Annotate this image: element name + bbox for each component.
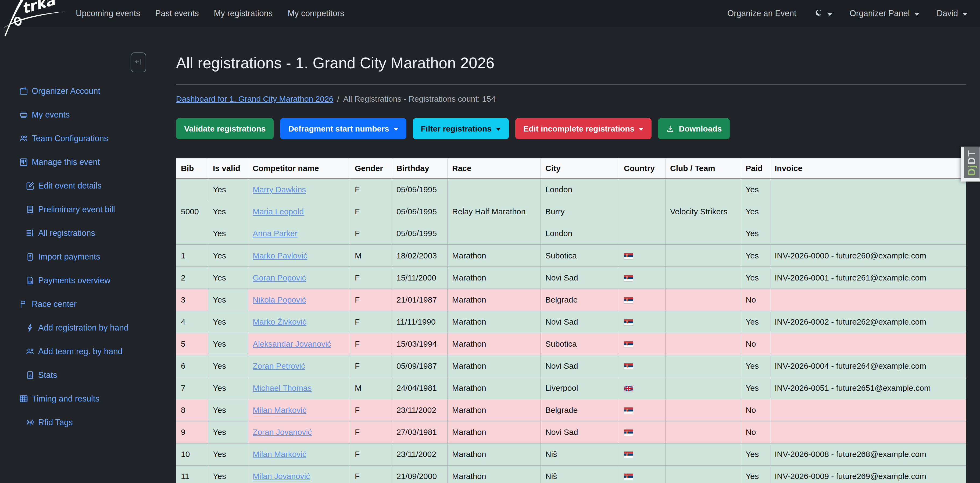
sidebar-item-manage-this-event[interactable]: Manage this event: [0, 150, 154, 174]
paid-cell: No: [741, 421, 770, 443]
organize-event-link[interactable]: Organize an Event: [727, 9, 796, 18]
sidebar-item-add-team-reg-by-hand[interactable]: Add team reg. by hand: [0, 340, 154, 363]
sidebar-item-organizer-account[interactable]: Organizer Account: [0, 79, 154, 103]
gender-cell: F: [350, 443, 392, 465]
moon-icon: [814, 9, 822, 18]
sidebar-item-preliminary-event-bill[interactable]: Preliminary event bill: [0, 198, 154, 222]
invoice-cell: INV-2026-0000 - future260@example.com: [770, 245, 966, 267]
collapse-sidebar-button[interactable]: [130, 53, 146, 72]
club-team-cell: [665, 333, 741, 355]
button-label: Filter registrations: [421, 124, 492, 133]
competitor-link[interactable]: Marry Dawkins: [253, 185, 306, 194]
sidebar-item-payments-overview[interactable]: Payments overview: [0, 269, 154, 292]
nav-link-past-events[interactable]: Past events: [155, 9, 199, 18]
chevron-down-icon: [639, 128, 643, 131]
invoice-cell: INV-2026-0004 - future264@example.com: [770, 355, 966, 377]
validate-registrations-button[interactable]: Validate registrations: [176, 118, 274, 139]
paid-cell: Yes: [741, 267, 770, 289]
theme-dropdown[interactable]: [814, 9, 832, 18]
main-content: All registrations - 1. Grand City Marath…: [154, 27, 980, 483]
user-menu-dropdown[interactable]: David: [937, 9, 967, 18]
lightning-icon: [25, 323, 35, 333]
sidebar-item-add-registration-by-hand[interactable]: Add registration by hand: [0, 316, 154, 340]
bib-cell: 11: [176, 465, 208, 483]
country-cell: [619, 421, 665, 443]
birthday-cell: 05/05/1995: [392, 201, 447, 223]
competitor-link[interactable]: Milan Jovanović: [253, 472, 310, 481]
edit-incomplete-registrations-button[interactable]: Edit incomplete registrations: [515, 118, 652, 139]
race-cell: Marathon: [447, 311, 541, 333]
sidebar-item-team-configurations[interactable]: Team Configurations: [0, 127, 154, 150]
trka-logo[interactable]: trka: [0, 0, 68, 27]
competitor-link[interactable]: Goran Popović: [253, 273, 306, 282]
competitor-link[interactable]: Marko Pavlović: [253, 251, 307, 260]
sidebar-item-timing-and-results[interactable]: Timing and results: [0, 387, 154, 411]
race-cell: Marathon: [447, 399, 541, 421]
sidebar-item-all-registrations[interactable]: All registrations: [0, 222, 154, 245]
city-cell: Novi Sad: [541, 311, 619, 333]
sidebar-item-label: Preliminary event bill: [38, 205, 115, 214]
competitor-link[interactable]: Zoran Jovanović: [253, 427, 312, 437]
invoice-cell: INV-2026-0051 - future2651@example.com: [770, 377, 966, 399]
competitor-name-cell: Aleksandar Jovanović: [248, 333, 350, 355]
race-cell: Marathon: [447, 377, 541, 399]
country-flag-rs-icon: [624, 319, 633, 325]
download-icon: [666, 124, 675, 133]
club-team-cell: [665, 311, 741, 333]
nav-link-my-competitors[interactable]: My competitors: [288, 9, 344, 18]
sidebar-item-import-payments[interactable]: Import payments: [0, 245, 154, 269]
competitor-link[interactable]: Aleksandar Jovanović: [253, 340, 331, 348]
country-flag-gb-icon: [624, 386, 633, 392]
competitor-link[interactable]: Zoran Petrović: [253, 362, 305, 370]
paid-cell: Yes: [741, 179, 770, 201]
club-team-cell: [665, 443, 741, 465]
nav-link-my-registrations[interactable]: My registrations: [214, 9, 273, 18]
sidebar-item-label: Import payments: [38, 252, 100, 261]
competitor-link[interactable]: Anna Parker: [253, 229, 298, 238]
downloads-button[interactable]: Downloads: [658, 118, 730, 139]
registration-row: 8YesMilan MarkovićF23/11/2002MarathonBel…: [176, 399, 966, 421]
registration-row: 4YesMarko ŽivkovićF11/11/1990MarathonNov…: [176, 311, 966, 333]
competitor-link[interactable]: Marko Živković: [253, 317, 306, 326]
sidebar-item-stats[interactable]: Stats: [0, 363, 154, 387]
breadcrumb-dashboard-link[interactable]: Dashboard for 1. Grand City Marathon 202…: [176, 94, 333, 104]
race-cell: Marathon: [447, 355, 541, 377]
registrations-table-wrap: BibIs validCompetitor nameGenderBirthday…: [176, 158, 966, 483]
competitor-name-cell: Marry Dawkins: [248, 179, 350, 201]
nav-link-upcoming-events[interactable]: Upcoming events: [76, 9, 140, 18]
competitor-link[interactable]: Michael Thomas: [253, 384, 312, 392]
invoice-cell: [770, 399, 966, 421]
paid-cell: No: [741, 333, 770, 355]
birthday-cell: 23/11/2002: [392, 399, 447, 421]
filter-registrations-button[interactable]: Filter registrations: [413, 118, 509, 139]
sidebar-menu: Organizer AccountMy eventsTeam Configura…: [0, 27, 154, 434]
organizer-panel-dropdown[interactable]: Organizer Panel: [850, 9, 920, 18]
top-navbar: trka Upcoming eventsPast eventsMy regist…: [0, 0, 980, 27]
country-cell: [619, 311, 665, 333]
competitor-link[interactable]: Milan Marković: [253, 406, 306, 414]
sidebar-item-label: Rfid Tags: [38, 418, 73, 427]
defragment-start-numbers-button[interactable]: Defragment start numbers: [280, 118, 406, 139]
sidebar-item-my-events[interactable]: My events: [0, 103, 154, 127]
competitor-link[interactable]: Maria Leopold: [253, 207, 304, 216]
sidebar-item-rfid-tags[interactable]: Rfid Tags: [0, 411, 154, 434]
receipt-icon: [25, 205, 35, 214]
competitor-name-cell: Maria Leopold: [248, 201, 350, 223]
competitor-link[interactable]: Milan Marković: [253, 450, 306, 459]
competitor-link[interactable]: Nikola Popović: [253, 295, 306, 304]
events-icon: [19, 110, 29, 120]
django-debug-toolbar-handle[interactable]: DjDT: [961, 147, 980, 182]
race-cell: Marathon: [447, 289, 541, 311]
registrations-icon: [25, 228, 35, 238]
button-label: Downloads: [679, 124, 722, 133]
bib-cell: 10: [176, 443, 208, 465]
sidebar-item-edit-event-details[interactable]: Edit event details: [0, 174, 154, 198]
birthday-cell: 05/05/1995: [392, 223, 447, 245]
city-cell: Liverpool: [541, 377, 619, 399]
paid-cell: Yes: [741, 245, 770, 267]
country-flag-rs-icon: [624, 451, 633, 458]
team-icon: [25, 347, 35, 356]
paid-cell: Yes: [741, 223, 770, 245]
column-header-race: Race: [447, 158, 541, 179]
sidebar-item-race-center[interactable]: Race center: [0, 292, 154, 316]
